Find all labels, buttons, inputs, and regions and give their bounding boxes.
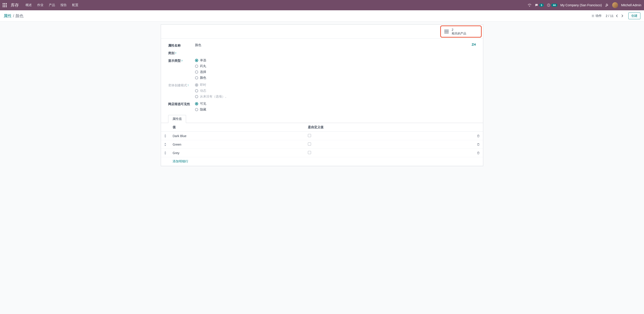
action-menu[interactable]: 动作 <box>592 14 602 18</box>
help-icon[interactable]: ? <box>181 59 183 62</box>
nav-item-products[interactable]: 产品 <box>49 3 55 7</box>
nav-item-reporting[interactable]: 报告 <box>60 3 67 7</box>
radio-display-type-2[interactable]: 选择 <box>195 70 370 74</box>
radio-create-variant-0: 即时 <box>195 83 370 87</box>
create-variant-radio-group: 即时 动态 从来没有（选项）。 <box>195 83 370 99</box>
label-visibility: 网店筛选可见性 <box>168 102 195 106</box>
pager-next[interactable] <box>620 14 624 18</box>
pager-value[interactable]: 2 / 11 <box>606 14 614 18</box>
label-display-type: 显示类型? <box>168 58 195 63</box>
action-menu-label: 动作 <box>596 14 602 18</box>
breadcrumb: 属性 / 颜色 <box>4 13 24 18</box>
svg-rect-1 <box>4 3 5 4</box>
user-name[interactable]: Mitchell Admin <box>621 3 641 7</box>
value-attribute-name[interactable]: 颜色 <box>195 43 370 47</box>
drag-handle-icon[interactable] <box>161 132 170 140</box>
attribute-values-table: 值 是自定义值 Dark Blue <box>161 123 483 166</box>
drag-handle-icon[interactable] <box>161 140 170 149</box>
tabs: 属性值 <box>161 115 483 123</box>
radio-dot-icon <box>195 59 198 62</box>
label-category: 类别? <box>168 51 195 55</box>
radio-dot-icon <box>195 65 198 68</box>
drag-handle-icon[interactable] <box>161 149 170 157</box>
nav-item-operations[interactable]: 作业 <box>37 3 44 7</box>
top-navbar: 库存 概述 作业 产品 报告 配置 5 44 My Company (San F… <box>0 0 644 10</box>
nav-menu: 概述 作业 产品 报告 配置 <box>26 3 78 7</box>
radio-visibility-1[interactable]: 隐藏 <box>195 108 370 112</box>
radio-dot-icon <box>195 76 198 79</box>
svg-rect-7 <box>4 6 5 7</box>
table-row[interactable]: Green <box>161 140 483 149</box>
svg-rect-4 <box>4 5 5 5</box>
tab-attribute-values[interactable]: 属性值 <box>168 115 186 123</box>
cell-custom[interactable] <box>305 149 474 157</box>
radio-display-type-3[interactable]: 颜色 <box>195 76 370 80</box>
radio-dot-icon <box>195 102 198 105</box>
delete-row-button[interactable] <box>474 140 483 149</box>
pager: 2 / 11 <box>606 14 624 18</box>
cell-value[interactable]: Green <box>170 140 305 149</box>
column-custom: 是自定义值 <box>305 123 474 132</box>
company-switcher[interactable]: My Company (San Francisco) <box>560 3 602 7</box>
svg-rect-3 <box>3 5 4 5</box>
app-brand[interactable]: 库存 <box>11 2 19 8</box>
stat-count: 2 <box>452 28 466 32</box>
messaging-button[interactable]: 5 <box>535 3 544 7</box>
radio-display-type-0[interactable]: 单选 <box>195 58 370 62</box>
column-value: 值 <box>170 123 305 132</box>
pager-prev[interactable] <box>615 14 619 18</box>
checkbox-icon[interactable] <box>308 143 311 146</box>
related-products-button[interactable]: 2 相关的产品 <box>440 25 482 38</box>
breadcrumb-separator: / <box>13 14 14 18</box>
svg-marker-20 <box>164 154 166 155</box>
svg-marker-19 <box>164 152 166 153</box>
svg-point-11 <box>592 15 594 16</box>
wifi-icon[interactable] <box>528 3 532 7</box>
cell-custom[interactable] <box>305 140 474 149</box>
stat-label: 相关的产品 <box>452 32 466 35</box>
button-box: 2 相关的产品 <box>161 25 483 39</box>
nav-item-configuration[interactable]: 配置 <box>72 3 78 7</box>
label-attribute-name: 属性名称 <box>168 43 195 48</box>
radio-dot-icon <box>195 83 198 87</box>
radio-visibility-0[interactable]: 可见 <box>195 102 370 106</box>
svg-rect-0 <box>3 3 4 4</box>
radio-dot-icon <box>195 108 198 111</box>
nav-item-overview[interactable]: 概述 <box>26 3 32 7</box>
avatar[interactable] <box>612 2 618 8</box>
apps-icon[interactable] <box>3 3 7 7</box>
breadcrumb-current: 颜色 <box>16 13 24 18</box>
add-line-button[interactable]: 添加明细行 <box>173 159 188 163</box>
help-icon[interactable]: ? <box>188 84 189 87</box>
language-badge[interactable]: ZH <box>472 43 476 46</box>
visibility-radio-group: 可见 隐藏 <box>195 102 370 112</box>
cell-custom[interactable] <box>305 132 474 140</box>
chat-count: 5 <box>539 3 544 7</box>
chat-icon <box>535 3 538 7</box>
radio-display-type-1[interactable]: 药丸 <box>195 64 370 68</box>
clock-icon <box>547 3 550 7</box>
breadcrumb-parent[interactable]: 属性 <box>4 13 12 18</box>
clock-count: 44 <box>551 3 557 7</box>
radio-create-variant-2: 从来没有（选项）。 <box>195 95 370 99</box>
debug-icon[interactable] <box>605 3 609 7</box>
gear-icon <box>592 14 594 17</box>
create-button[interactable]: 创建 <box>628 12 640 19</box>
delete-row-button[interactable] <box>474 132 483 140</box>
cell-value[interactable]: Dark Blue <box>170 132 305 140</box>
svg-marker-16 <box>164 137 166 138</box>
table-row[interactable]: Dark Blue <box>161 132 483 140</box>
svg-rect-5 <box>6 5 7 5</box>
checkbox-icon[interactable] <box>308 151 311 154</box>
control-panel: 属性 / 颜色 动作 2 / 11 创建 <box>0 10 644 22</box>
activities-button[interactable]: 44 <box>547 3 557 7</box>
table-row[interactable]: Grey <box>161 149 483 157</box>
svg-rect-2 <box>6 3 7 4</box>
delete-row-button[interactable] <box>474 149 483 157</box>
checkbox-icon[interactable] <box>308 134 311 137</box>
svg-marker-17 <box>164 143 166 144</box>
cell-value[interactable]: Grey <box>170 149 305 157</box>
label-create-variant: 变体创建模式? <box>168 83 195 87</box>
form-sheet: 2 相关的产品 ZH 属性名称 颜色 类别? 显示类型? 单选 药丸 <box>161 24 483 166</box>
help-icon[interactable]: ? <box>175 52 176 55</box>
